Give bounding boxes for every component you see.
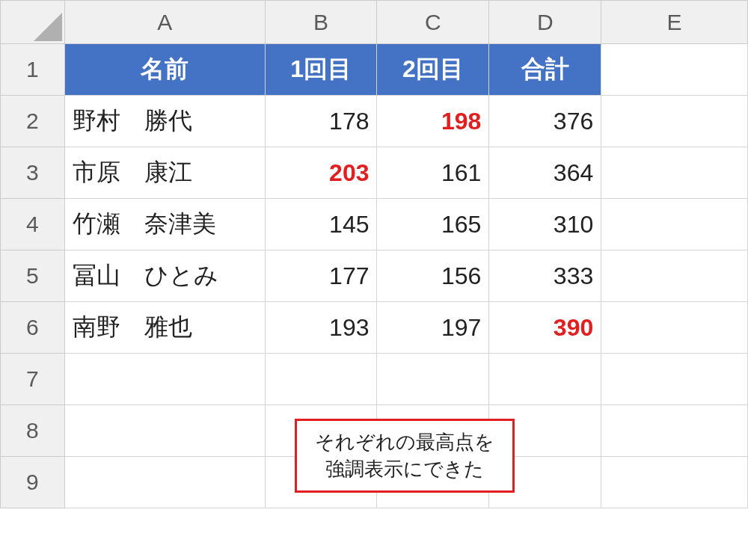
cell-C7[interactable] (377, 354, 489, 405)
row-header-9[interactable]: 9 (1, 457, 65, 508)
cell-E3[interactable] (601, 147, 748, 199)
cell-D2[interactable]: 376 (489, 96, 601, 147)
cell-D3[interactable]: 364 (489, 147, 601, 199)
row-header-6[interactable]: 6 (1, 302, 65, 354)
cell-A1[interactable]: 名前 (64, 44, 265, 96)
cell-B7[interactable] (265, 354, 377, 405)
cell-C2[interactable]: 198 (377, 96, 489, 147)
callout-line2: 強調表示にできた (315, 455, 494, 482)
cell-B6[interactable]: 193 (265, 302, 377, 354)
cell-C1[interactable]: 2回目 (377, 44, 489, 96)
row-header-4[interactable]: 4 (1, 199, 65, 250)
cell-A5[interactable]: 冨山 ひとみ (64, 250, 265, 302)
cell-D5[interactable]: 333 (489, 250, 601, 302)
cell-C4[interactable]: 165 (377, 199, 489, 250)
cell-A3[interactable]: 市原 康江 (64, 147, 265, 199)
row-header-8[interactable]: 8 (1, 405, 65, 457)
cell-A6[interactable]: 南野 雅也 (64, 302, 265, 354)
cell-E5[interactable] (601, 250, 748, 302)
col-header-E[interactable]: E (601, 1, 748, 44)
row-header-2[interactable]: 2 (1, 96, 65, 147)
cell-B2[interactable]: 178 (265, 96, 377, 147)
cell-E9[interactable] (601, 457, 748, 508)
col-header-B[interactable]: B (265, 1, 377, 44)
col-header-A[interactable]: A (64, 1, 265, 44)
cell-B1[interactable]: 1回目 (265, 44, 377, 96)
cell-B5[interactable]: 177 (265, 250, 377, 302)
cell-D7[interactable] (489, 354, 601, 405)
select-all-corner[interactable] (1, 1, 65, 44)
cell-A8[interactable] (64, 405, 265, 457)
annotation-callout: それぞれの最高点を 強調表示にできた (295, 419, 515, 493)
cell-A7[interactable] (64, 354, 265, 405)
row-header-7[interactable]: 7 (1, 354, 65, 405)
cell-C5[interactable]: 156 (377, 250, 489, 302)
row-header-1[interactable]: 1 (1, 44, 65, 96)
cell-E2[interactable] (601, 96, 748, 147)
cell-C3[interactable]: 161 (377, 147, 489, 199)
cell-E8[interactable] (601, 405, 748, 457)
callout-line1: それぞれの最高点を (315, 428, 494, 455)
corner-triangle-icon (34, 13, 62, 41)
col-header-D[interactable]: D (489, 1, 601, 44)
cell-A4[interactable]: 竹瀬 奈津美 (64, 199, 265, 250)
cell-D1[interactable]: 合計 (489, 44, 601, 96)
col-header-C[interactable]: C (377, 1, 489, 44)
cell-D6[interactable]: 390 (489, 302, 601, 354)
cell-E1[interactable] (601, 44, 748, 96)
cell-A2[interactable]: 野村 勝代 (64, 96, 265, 147)
cell-B3[interactable]: 203 (265, 147, 377, 199)
cell-C6[interactable]: 197 (377, 302, 489, 354)
cell-A9[interactable] (64, 457, 265, 508)
cell-D4[interactable]: 310 (489, 199, 601, 250)
cell-E7[interactable] (601, 354, 748, 405)
cell-E6[interactable] (601, 302, 748, 354)
cell-E4[interactable] (601, 199, 748, 250)
row-header-3[interactable]: 3 (1, 147, 65, 199)
cell-B4[interactable]: 145 (265, 199, 377, 250)
row-header-5[interactable]: 5 (1, 250, 65, 302)
